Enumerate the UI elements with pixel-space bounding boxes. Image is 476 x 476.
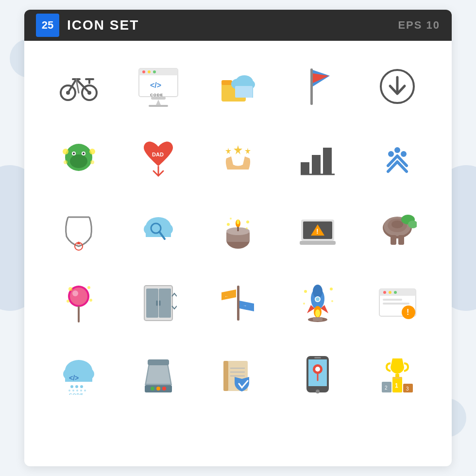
tree-stump-icon [373, 206, 422, 255]
svg-point-92 [87, 286, 90, 289]
svg-point-53 [394, 147, 400, 153]
header-badge: 25 [36, 14, 59, 37]
elevator-icon [134, 278, 183, 326]
book-shield-icon [214, 350, 262, 398]
svg-marker-144 [146, 364, 170, 384]
svg-point-13 [142, 70, 145, 73]
icon-cell-cloud-code: </> CODE [39, 338, 119, 410]
icon-cell-blender [119, 338, 198, 410]
svg-point-39 [83, 153, 85, 154]
header: 25 ICON SET EPS 10 [24, 10, 452, 41]
svg-rect-49 [301, 162, 309, 174]
icon-cell-trophy: 1 2 3 [357, 338, 437, 410]
svg-marker-46 [234, 145, 242, 154]
svg-point-68 [237, 220, 239, 224]
icon-cell-arrow-up [357, 122, 437, 194]
laptop-warning-icon: ! [293, 206, 342, 255]
flag-icon [293, 62, 342, 111]
icon-cell-elevator [119, 266, 198, 338]
icon-cell-dad-heart: DAD [119, 122, 198, 194]
svg-point-14 [148, 70, 151, 73]
svg-point-136 [80, 385, 83, 388]
main-card: 25 ICON SET EPS 10 [24, 10, 452, 466]
svg-point-110 [315, 309, 320, 317]
svg-rect-76 [300, 241, 336, 245]
signpost-icon: ← → [214, 278, 262, 326]
cloud-folder-icon [214, 62, 262, 111]
svg-point-91 [68, 287, 72, 291]
svg-point-41 [89, 149, 95, 154]
svg-text:CODE: CODE [69, 392, 84, 395]
svg-point-106 [313, 285, 323, 298]
svg-point-73 [246, 227, 248, 229]
code-monitor-icon: </> CODE [134, 62, 183, 111]
header-title: ICON SET [67, 17, 139, 33]
svg-point-88 [70, 288, 87, 305]
svg-point-138 [72, 390, 74, 391]
svg-rect-20 [149, 105, 168, 107]
svg-point-82 [391, 221, 403, 228]
svg-point-55 [401, 151, 407, 157]
svg-point-15 [153, 70, 156, 73]
svg-point-122 [383, 291, 386, 294]
svg-point-123 [389, 291, 391, 294]
icon-cell-phone-location [278, 338, 357, 410]
svg-marker-103 [239, 301, 254, 311]
svg-point-40 [63, 149, 68, 154]
icon-cell-bar-chart [278, 122, 357, 194]
svg-rect-151 [223, 361, 228, 391]
svg-point-93 [67, 300, 69, 303]
icon-cell-rocket [278, 266, 357, 338]
svg-point-113 [304, 290, 307, 293]
svg-point-141 [84, 390, 86, 391]
icon-cell-browser-warning: ! [357, 266, 437, 338]
candle-icon [214, 206, 262, 255]
svg-point-115 [303, 303, 305, 305]
svg-rect-27 [235, 86, 253, 98]
icon-cell-stars-hands [198, 122, 278, 194]
icon-cell-candle [198, 194, 278, 266]
phone-location-icon [293, 350, 342, 398]
trophy-icon: 1 2 3 [373, 350, 422, 398]
svg-point-134 [70, 385, 73, 388]
svg-rect-118 [313, 317, 323, 321]
download-circle-icon [373, 62, 422, 111]
svg-rect-126 [383, 303, 409, 305]
svg-point-147 [151, 387, 154, 391]
svg-point-71 [246, 221, 249, 223]
svg-rect-84 [398, 235, 404, 245]
svg-point-157 [316, 390, 320, 393]
dad-heart-icon: DAD [134, 134, 183, 183]
cloud-search-icon [134, 206, 183, 255]
svg-point-116 [331, 300, 333, 302]
svg-marker-101 [221, 289, 236, 300]
svg-point-148 [156, 387, 160, 391]
svg-point-139 [76, 390, 78, 391]
necklace-icon [54, 206, 103, 255]
svg-text:</>: </> [69, 374, 79, 382]
svg-rect-22 [221, 80, 232, 85]
face-mask-icon [54, 134, 103, 183]
svg-text:</>: </> [150, 81, 161, 89]
icon-cell-code-monitor: </> CODE [119, 51, 198, 122]
svg-rect-158 [314, 357, 321, 358]
svg-rect-31 [310, 70, 313, 86]
icon-grid: </> CODE [24, 41, 452, 420]
svg-point-140 [80, 390, 82, 391]
svg-marker-19 [156, 100, 161, 105]
icon-cell-download-circle [357, 51, 437, 122]
svg-text:←: ← [224, 294, 228, 299]
header-eps: EPS 10 [398, 19, 440, 32]
icon-cell-laptop-warning: ! [278, 194, 357, 266]
svg-text:CODE: CODE [150, 93, 163, 97]
svg-rect-51 [323, 148, 332, 174]
icon-cell-flag [278, 51, 357, 122]
bicycle-icon [54, 62, 103, 111]
svg-point-124 [394, 291, 397, 294]
svg-point-114 [330, 288, 333, 290]
blender-icon [134, 350, 183, 398]
svg-point-112 [316, 297, 320, 301]
svg-point-149 [162, 387, 166, 391]
svg-point-43 [90, 160, 94, 164]
svg-rect-18 [151, 97, 166, 100]
